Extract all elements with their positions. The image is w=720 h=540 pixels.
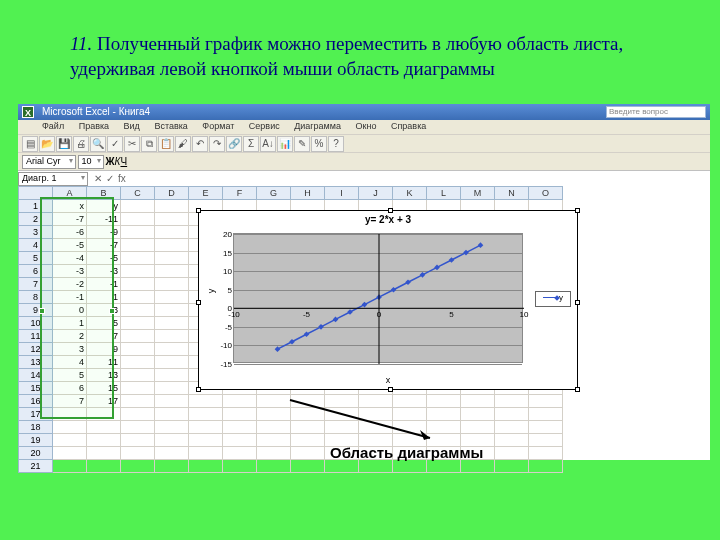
cell[interactable]	[155, 408, 189, 421]
cell[interactable]	[155, 447, 189, 460]
cell[interactable]: 0	[53, 304, 87, 317]
resize-handle[interactable]	[575, 387, 580, 392]
resize-handle[interactable]	[196, 387, 201, 392]
cell[interactable]	[495, 421, 529, 434]
cell[interactable]: 13	[87, 369, 121, 382]
row-header[interactable]: 8	[19, 291, 53, 304]
cell[interactable]: 4	[53, 356, 87, 369]
cell[interactable]	[529, 408, 563, 421]
cell[interactable]	[495, 408, 529, 421]
titlebar[interactable]: X Microsoft Excel - Книга4 Введите вопро…	[18, 104, 710, 120]
row-header[interactable]: 19	[19, 434, 53, 447]
cell[interactable]: -7	[53, 213, 87, 226]
cell[interactable]: -5	[87, 252, 121, 265]
cell[interactable]	[53, 408, 87, 421]
menu-help[interactable]: Справка	[391, 121, 426, 131]
chart-button[interactable]: 📊	[277, 136, 293, 152]
cell[interactable]: 7	[53, 395, 87, 408]
cell[interactable]: -11	[87, 213, 121, 226]
row-header[interactable]: 20	[19, 447, 53, 460]
cell[interactable]: -7	[87, 239, 121, 252]
cell[interactable]	[121, 369, 155, 382]
cell[interactable]	[427, 460, 461, 473]
cell[interactable]	[155, 291, 189, 304]
cell[interactable]	[121, 265, 155, 278]
col-header[interactable]: H	[291, 187, 325, 200]
cell[interactable]	[87, 434, 121, 447]
cell[interactable]	[359, 460, 393, 473]
menubar[interactable]: Файл Правка Вид Вставка Формат Сервис Ди…	[18, 120, 710, 134]
col-header[interactable]: F	[223, 187, 257, 200]
cell[interactable]: -4	[53, 252, 87, 265]
cell[interactable]: 11	[87, 356, 121, 369]
cell[interactable]	[53, 460, 87, 473]
cell[interactable]	[121, 330, 155, 343]
spell-button[interactable]: ✓	[107, 136, 123, 152]
cell[interactable]	[189, 421, 223, 434]
cell[interactable]: 7	[87, 330, 121, 343]
row-header[interactable]: 16	[19, 395, 53, 408]
cell[interactable]: -9	[87, 226, 121, 239]
cell[interactable]: 15	[87, 382, 121, 395]
col-header[interactable]: M	[461, 187, 495, 200]
cell[interactable]	[223, 408, 257, 421]
cell[interactable]	[87, 421, 121, 434]
cell[interactable]	[121, 395, 155, 408]
enter-icon[interactable]: ✓	[106, 173, 114, 184]
menu-view[interactable]: Вид	[124, 121, 140, 131]
cell[interactable]	[87, 460, 121, 473]
cell[interactable]: 6	[53, 382, 87, 395]
cell[interactable]	[461, 395, 495, 408]
cell[interactable]: 2	[53, 330, 87, 343]
menu-edit[interactable]: Правка	[79, 121, 109, 131]
cell[interactable]	[223, 460, 257, 473]
cell[interactable]	[189, 408, 223, 421]
cell[interactable]: 1	[87, 291, 121, 304]
cell[interactable]: 1	[53, 317, 87, 330]
menu-chart[interactable]: Диаграмма	[294, 121, 341, 131]
cell[interactable]	[393, 460, 427, 473]
cell[interactable]	[155, 421, 189, 434]
cell[interactable]	[325, 460, 359, 473]
cell[interactable]: -6	[53, 226, 87, 239]
sort-button[interactable]: A↓	[260, 136, 276, 152]
col-header[interactable]: C	[121, 187, 155, 200]
cell[interactable]: -1	[87, 278, 121, 291]
font-size-box[interactable]: 10	[78, 155, 104, 169]
corner-cell[interactable]	[19, 187, 53, 200]
resize-handle[interactable]	[575, 208, 580, 213]
cell[interactable]	[121, 317, 155, 330]
col-header[interactable]: L	[427, 187, 461, 200]
cell[interactable]	[53, 421, 87, 434]
col-header[interactable]: I	[325, 187, 359, 200]
cell[interactable]	[121, 291, 155, 304]
cell[interactable]: 17	[87, 395, 121, 408]
cell[interactable]	[121, 200, 155, 213]
cell[interactable]	[461, 421, 495, 434]
cell[interactable]	[53, 434, 87, 447]
cell[interactable]	[53, 447, 87, 460]
save-button[interactable]: 💾	[56, 136, 72, 152]
row-header[interactable]: 6	[19, 265, 53, 278]
help-button[interactable]: ?	[328, 136, 344, 152]
cell[interactable]	[155, 226, 189, 239]
row-header[interactable]: 2	[19, 213, 53, 226]
print-button[interactable]: 🖨	[73, 136, 89, 152]
cell[interactable]	[257, 460, 291, 473]
preview-button[interactable]: 🔍	[90, 136, 106, 152]
cell[interactable]	[121, 460, 155, 473]
paste-button[interactable]: 📋	[158, 136, 174, 152]
zoom-button[interactable]: %	[311, 136, 327, 152]
cell[interactable]: 5	[53, 369, 87, 382]
cell[interactable]	[223, 421, 257, 434]
cell[interactable]	[121, 356, 155, 369]
cell[interactable]	[87, 408, 121, 421]
cell[interactable]: 3	[53, 343, 87, 356]
menu-insert[interactable]: Вставка	[154, 121, 187, 131]
cell[interactable]	[155, 330, 189, 343]
copy-button[interactable]: ⧉	[141, 136, 157, 152]
plot-area[interactable]: 20151050-5-10-15-10-50510	[233, 233, 523, 363]
col-header[interactable]: J	[359, 187, 393, 200]
cell[interactable]	[189, 447, 223, 460]
fmtpaint-button[interactable]: 🖌	[175, 136, 191, 152]
